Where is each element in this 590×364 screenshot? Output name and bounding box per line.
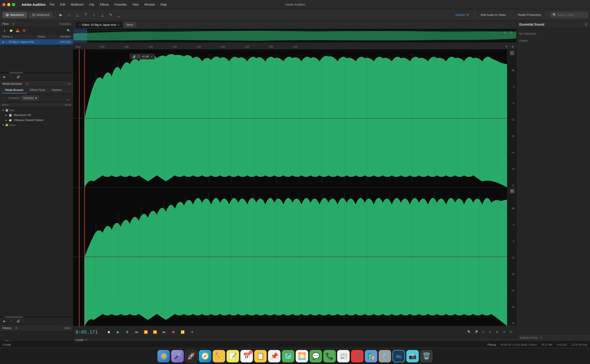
- dock-audition[interactable]: Au: [392, 350, 405, 362]
- workspace-button[interactable]: Default ☰: [453, 12, 471, 18]
- menu-favorites[interactable]: Favorites: [112, 2, 129, 7]
- media-browser-menu-icon[interactable]: ☰: [26, 82, 28, 85]
- media-browser-expand-btn[interactable]: »»: [68, 82, 71, 85]
- mb-panel-menu[interactable]: ⎯: [64, 95, 71, 102]
- dock-appstore[interactable]: 🛍️: [365, 350, 377, 362]
- file-row[interactable]: ▶ ♫ 03 Big in Japan.m4a 4:43.316: [0, 39, 73, 45]
- play-preview-btn[interactable]: ▶: [2, 74, 7, 79]
- ruler-icon-1[interactable]: ▼: [504, 44, 509, 49]
- menu-window[interactable]: Window: [142, 2, 157, 7]
- dock-calendar[interactable]: 📅 6: [240, 350, 253, 362]
- fast-forward-btn[interactable]: ⏩: [151, 328, 159, 336]
- stop-btn[interactable]: ⏹: [105, 328, 113, 336]
- go-to-end-btn[interactable]: ⏭: [160, 328, 168, 336]
- sub-tab-media-browser[interactable]: Media Browser: [2, 87, 27, 93]
- skip-btn[interactable]: ⇥: [188, 328, 195, 336]
- waveform-channel-left[interactable]: +0 dB ↗: [73, 49, 507, 188]
- dock-notes[interactable]: 📝: [226, 350, 239, 362]
- dock-music[interactable]: 🎵: [351, 350, 364, 362]
- overview-settings-btn[interactable]: ⚙: [502, 30, 508, 35]
- menu-clip[interactable]: Clip: [87, 2, 97, 7]
- zoom-tool[interactable]: △: [99, 12, 106, 19]
- menu-help[interactable]: Help: [158, 2, 169, 7]
- waveform-channel-right[interactable]: [73, 188, 507, 326]
- menu-effects[interactable]: Effects: [98, 2, 111, 7]
- loop-btn[interactable]: 🔊: [16, 74, 21, 79]
- go-to-start-btn[interactable]: ⏮: [133, 328, 140, 336]
- mb-up-btn[interactable]: ↑: [2, 96, 7, 101]
- zoom-out-btn[interactable]: 🔎: [473, 329, 479, 335]
- menu-view[interactable]: View: [130, 2, 141, 7]
- razor-tool[interactable]: ⎯: [115, 12, 122, 19]
- dock-facetime[interactable]: 📞: [323, 350, 336, 362]
- open-files-btn[interactable]: 📁: [8, 28, 14, 33]
- minimize-button[interactable]: [7, 3, 10, 6]
- export-btn[interactable]: ↑: [9, 74, 14, 79]
- files-menu-icon[interactable]: ☰: [12, 22, 14, 25]
- favorites-tab[interactable]: Favorites: [60, 22, 71, 26]
- contents-dropdown[interactable]: Volumes ▼: [21, 96, 39, 100]
- loop-transport-btn[interactable]: 🔁: [179, 328, 186, 336]
- menu-file[interactable]: File: [47, 2, 57, 7]
- marquee-tool[interactable]: □: [66, 12, 73, 19]
- editor-tab-main[interactable]: ♬ Editor: 03 Big in Japan.m4a ☰: [76, 22, 123, 28]
- selection-tool[interactable]: ▶: [57, 12, 64, 19]
- zoom-in-time-btn[interactable]: ⊕: [494, 329, 500, 335]
- radio-production-button[interactable]: Radio Production: [515, 12, 544, 18]
- zoom-in-btn[interactable]: 🔍: [466, 329, 472, 335]
- dock-messages[interactable]: 💬: [310, 350, 322, 362]
- menu-edit[interactable]: Edit: [58, 2, 67, 7]
- pencil-tool[interactable]: ✎: [107, 12, 114, 19]
- menu-multitrack[interactable]: Multitrack: [68, 2, 86, 7]
- play-btn[interactable]: ▶: [114, 328, 122, 336]
- sub-tab-effects-rack[interactable]: Effects Rack: [27, 87, 49, 93]
- zoom-reset-btn[interactable]: ↺: [501, 329, 507, 335]
- pause-btn[interactable]: ⏸: [124, 328, 131, 336]
- sv-menu-icon[interactable]: ☰: [540, 336, 542, 339]
- dock-safari[interactable]: 🧭: [199, 350, 211, 362]
- search-files-btn[interactable]: 🔍: [66, 28, 71, 33]
- dock-pencil-app[interactable]: ✏️: [213, 350, 225, 362]
- tree-item-vmware[interactable]: ▶ 📁 VMware Shared Folders: [0, 118, 73, 123]
- rewind-btn[interactable]: ⏪: [142, 328, 149, 336]
- playhead[interactable]: [79, 49, 80, 326]
- multitrack-tab[interactable]: Multitrack: [29, 12, 53, 18]
- dock-finder[interactable]: 😊: [157, 350, 170, 362]
- dock-launchpad[interactable]: 🚀: [185, 350, 198, 362]
- history-menu-icon[interactable]: ☰: [15, 326, 18, 330]
- gain-badge[interactable]: +0 dB ↗: [130, 54, 155, 59]
- new-file-btn[interactable]: ❮: [2, 28, 7, 33]
- search-input[interactable]: [557, 13, 585, 17]
- dock-system-prefs[interactable]: ⚙️: [379, 350, 391, 362]
- dock-screen-capture[interactable]: 📷: [406, 350, 419, 362]
- mb-sound-btn[interactable]: 🔊: [16, 319, 21, 324]
- dock-maps[interactable]: 🗺️: [282, 350, 294, 362]
- edit-audio-to-video-button[interactable]: Edit Audio to Video: [477, 12, 509, 18]
- editor-tab-mixer[interactable]: Mixer: [123, 22, 136, 28]
- mb-play-btn[interactable]: ▶: [2, 319, 7, 324]
- status-bar-menu[interactable]: ○: [248, 343, 250, 346]
- lasso-tool[interactable]: △: [74, 12, 81, 19]
- zoom-to-selection-btn[interactable]: ⊙: [480, 329, 486, 335]
- dock-reminders[interactable]: 📌: [268, 350, 280, 362]
- ruler-icon-2[interactable]: ▲: [510, 44, 515, 49]
- import-btn[interactable]: 📥: [15, 28, 20, 33]
- search-box[interactable]: 🔍: [550, 12, 588, 18]
- close-file-btn[interactable]: ❌: [21, 28, 27, 33]
- essential-sound-menu-icon[interactable]: ☰: [584, 23, 587, 26]
- waveform-tab[interactable]: Waveform: [2, 12, 27, 18]
- record-btn[interactable]: ⏺: [170, 328, 177, 336]
- time-selection-tool[interactable]: T: [82, 12, 89, 19]
- overview-list-btn[interactable]: ☰: [508, 30, 514, 35]
- dock-news[interactable]: 📰: [337, 350, 350, 362]
- gain-expand-icon[interactable]: ↗: [150, 55, 152, 58]
- video-tab[interactable]: Video: [64, 326, 71, 330]
- zoom-out-full-btn[interactable]: ⊖: [487, 329, 493, 335]
- close-button[interactable]: [2, 3, 6, 6]
- scrub-tool[interactable]: ○: [91, 12, 98, 19]
- dock-photos[interactable]: 🌅: [296, 350, 308, 362]
- dock-trash[interactable]: 🗑️: [420, 350, 433, 362]
- waveform-canvas-area[interactable]: +0 dB ↗: [73, 49, 507, 326]
- tree-item-macintosh-hd[interactable]: ▶ 💾 Macintosh HD: [0, 113, 73, 118]
- dock-siri[interactable]: 🎤: [171, 350, 184, 362]
